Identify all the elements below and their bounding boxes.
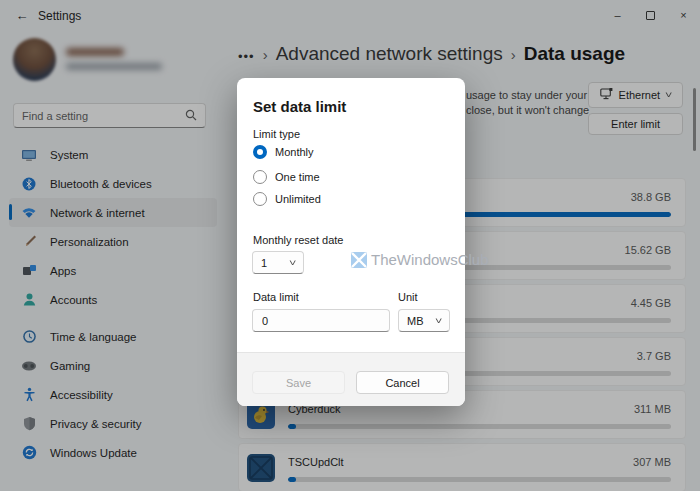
cancel-label: Cancel: [385, 377, 419, 389]
save-label: Save: [286, 377, 311, 389]
set-data-limit-dialog: Set data limit Limit type Monthly One ti…: [237, 78, 465, 406]
limit-type-label: Limit type: [253, 128, 300, 140]
radio-monthly[interactable]: Monthly: [253, 145, 314, 159]
dialog-title: Set data limit: [253, 98, 346, 115]
chevron-down-icon: ˅: [435, 316, 442, 326]
unit-value: MB: [407, 315, 424, 327]
radio-unlimited[interactable]: Unlimited: [253, 192, 321, 206]
reset-date-dropdown[interactable]: 1 ˅: [252, 251, 304, 274]
watermark: TheWindowsClub: [351, 251, 489, 268]
radio-unselected-icon: [253, 192, 267, 206]
dialog-footer: Save Cancel: [237, 352, 465, 406]
radio-one-time[interactable]: One time: [253, 170, 320, 184]
watermark-text: TheWindowsClub: [371, 251, 489, 268]
data-limit-input[interactable]: [252, 309, 390, 332]
unit-dropdown[interactable]: MB ˅: [398, 309, 450, 332]
radio-label: Monthly: [275, 146, 314, 158]
radio-selected-icon: [253, 145, 267, 159]
reset-date-label: Monthly reset date: [253, 234, 344, 246]
unit-label: Unit: [398, 291, 418, 303]
data-limit-label: Data limit: [253, 291, 299, 303]
settings-window: ← Settings – × Find a setting System Blu…: [0, 0, 700, 491]
chevron-down-icon: ˅: [289, 258, 296, 268]
radio-label: One time: [275, 171, 320, 183]
radio-unselected-icon: [253, 170, 267, 184]
cancel-button[interactable]: Cancel: [356, 371, 449, 394]
radio-label: Unlimited: [275, 193, 321, 205]
save-button[interactable]: Save: [252, 371, 345, 394]
watermark-logo-icon: [351, 252, 367, 268]
reset-date-value: 1: [261, 257, 267, 269]
